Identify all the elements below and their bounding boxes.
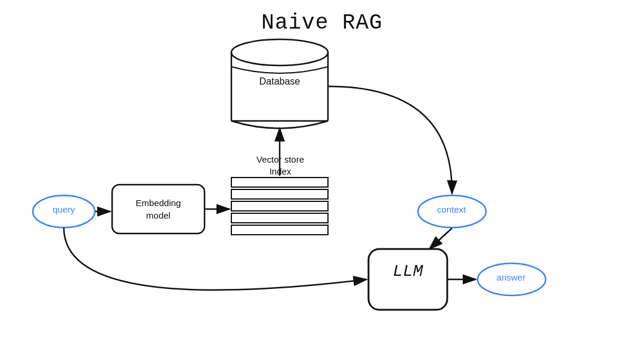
vectorstore-label: Vector store Index — [227, 154, 334, 177]
diagram-container: Naive RAG — [0, 0, 644, 361]
svg-rect-5 — [231, 178, 328, 187]
svg-rect-8 — [231, 213, 328, 223]
svg-point-3 — [231, 39, 328, 66]
svg-rect-11 — [369, 249, 447, 310]
svg-rect-2 — [231, 52, 328, 121]
svg-point-14 — [478, 263, 546, 295]
embedding-label: Embedding model — [112, 197, 205, 222]
answer-label: answer — [477, 272, 545, 282]
svg-line-18 — [429, 228, 452, 249]
svg-point-12 — [33, 195, 95, 228]
embedding-text: Embedding model — [136, 198, 181, 220]
vectorstore-text: Vector store Index — [256, 154, 304, 176]
svg-rect-9 — [231, 225, 328, 235]
database-label: Database — [231, 76, 328, 87]
svg-rect-6 — [231, 189, 328, 199]
svg-point-13 — [418, 195, 486, 228]
svg-rect-10 — [112, 185, 205, 234]
llm-label: LLM — [369, 262, 447, 281]
svg-rect-7 — [231, 201, 328, 211]
diagram-svg — [0, 0, 644, 361]
context-label: context — [417, 204, 485, 214]
page-title: Naive RAG — [0, 11, 644, 35]
query-label: query — [33, 204, 95, 214]
svg-rect-4 — [231, 176, 328, 235]
